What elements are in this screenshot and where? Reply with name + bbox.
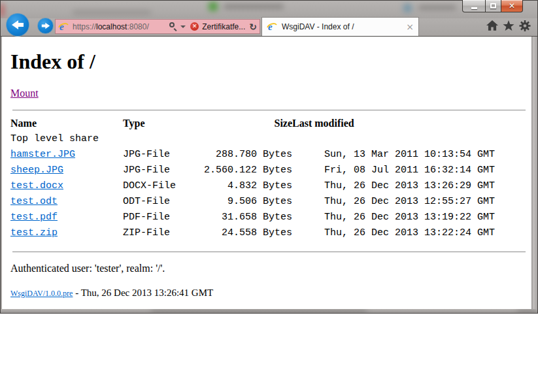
column-header-type: Type <box>123 116 204 131</box>
window-titlebar <box>0 0 538 18</box>
tab-title: WsgiDAV - Index of / <box>282 22 406 31</box>
file-link[interactable]: test.zip <box>10 227 58 238</box>
restore-icon <box>490 3 496 8</box>
column-header-name: Name <box>10 116 123 131</box>
mount-link[interactable]: Mount <box>10 88 39 99</box>
home-button[interactable] <box>486 20 498 31</box>
file-link[interactable]: test.pdf <box>10 212 58 223</box>
window-border-right <box>531 37 538 309</box>
window-border-bottom <box>0 309 538 314</box>
search-icon[interactable] <box>169 22 177 31</box>
divider <box>12 110 526 110</box>
close-button[interactable]: ✕ <box>501 0 523 12</box>
certificate-error-button[interactable]: ✕ Zertifikatfe... <box>190 22 245 31</box>
directory-listing-table: Name Type Size Last modified Top level s… <box>10 116 495 241</box>
table-row: hamster.JPG JPG-File 288.780 Bytes Sun, … <box>10 147 495 163</box>
blurred-desktop-artifact <box>531 102 538 128</box>
blurred-desktop-artifact <box>403 4 412 12</box>
forward-button[interactable] <box>37 18 54 34</box>
file-size: 2.560.122 Bytes <box>204 163 292 178</box>
file-type: PDF-File <box>123 210 204 225</box>
divider <box>12 252 526 252</box>
close-icon: ✕ <box>509 2 515 10</box>
minimize-icon <box>471 7 477 9</box>
file-modified: Sun, 13 Mar 2011 10:13:54 GMT <box>292 147 495 163</box>
file-modified: Thu, 26 Dec 2013 13:26:29 GMT <box>292 178 495 194</box>
url-text: https://localhost:8080/ <box>73 22 149 31</box>
wsgidav-server-link[interactable]: WsgiDAV/1.0.0.pre <box>10 289 73 298</box>
column-header-size: Size <box>204 116 292 131</box>
forward-arrow-icon <box>41 22 50 29</box>
tools-gear-icon <box>519 20 531 31</box>
file-modified: Thu, 26 Dec 2013 13:19:22 GMT <box>292 210 495 225</box>
file-size: 4.832 Bytes <box>204 178 292 194</box>
file-size: 9.506 Bytes <box>204 194 292 210</box>
home-icon <box>486 20 498 31</box>
ie-favicon: e <box>58 22 69 32</box>
share-note: Top level share <box>10 131 495 147</box>
address-bar[interactable]: e https://localhost:8080/ ✕ Zertifikatfe… <box>55 19 260 34</box>
table-row: test.odt ODT-File 9.506 Bytes Thu, 26 De… <box>10 194 495 210</box>
window-controls: ✕ <box>463 0 523 12</box>
file-size: 288.780 Bytes <box>204 147 292 163</box>
blurred-desktop-artifact <box>224 4 284 9</box>
svg-text:e: e <box>59 22 64 32</box>
file-size: 24.558 Bytes <box>204 225 292 241</box>
tab-close-icon[interactable]: × <box>406 22 414 31</box>
file-link[interactable]: hamster.JPG <box>10 149 75 160</box>
table-header-row: Name Type Size Last modified <box>10 116 495 131</box>
certificate-error-icon: ✕ <box>190 22 199 31</box>
page-content: Index of / Mount Name Type Size Last mod… <box>2 37 531 309</box>
search-dropdown-icon[interactable] <box>180 25 186 28</box>
blurred-desktop-artifact <box>418 5 456 10</box>
blurred-desktop-artifact <box>73 10 151 15</box>
blurred-desktop-artifact <box>0 4 5 17</box>
table-row: test.docx DOCX-File 4.832 Bytes Thu, 26 … <box>10 178 495 194</box>
mount-line: Mount <box>10 88 528 99</box>
blurred-desktop-artifact <box>209 2 218 11</box>
blurred-desktop-artifact <box>151 309 367 314</box>
ie-favicon: e <box>267 22 277 32</box>
file-type: ODT-File <box>123 194 204 210</box>
table-row: test.zip ZIP-File 24.558 Bytes Thu, 26 D… <box>10 225 495 241</box>
footer-timestamp: - Thu, 26 Dec 2013 13:26:41 GMT <box>73 287 213 298</box>
minimize-button[interactable] <box>462 0 486 12</box>
back-button[interactable] <box>6 13 29 37</box>
file-type: DOCX-File <box>123 178 204 194</box>
file-size: 31.658 Bytes <box>204 210 292 225</box>
restore-button[interactable] <box>485 0 501 12</box>
tools-button[interactable] <box>519 20 531 31</box>
back-arrow-icon <box>11 20 24 30</box>
table-row: test.pdf PDF-File 31.658 Bytes Thu, 26 D… <box>10 210 495 225</box>
file-link[interactable]: test.docx <box>10 180 63 191</box>
share-note-row: Top level share <box>10 131 495 147</box>
window-border-left <box>0 37 2 309</box>
file-type: JPG-File <box>123 147 204 163</box>
file-link[interactable]: sheep.JPG <box>10 165 63 176</box>
browser-tab[interactable]: e WsgiDAV - Index of / × <box>261 17 419 36</box>
file-type: ZIP-File <box>123 225 204 241</box>
refresh-icon[interactable]: ↻ <box>249 22 257 31</box>
file-modified: Thu, 26 Dec 2013 12:55:27 GMT <box>292 194 495 210</box>
file-link[interactable]: test.odt <box>10 196 58 207</box>
file-type: JPG-File <box>123 163 204 178</box>
favorites-star-icon <box>503 20 514 31</box>
file-modified: Fri, 08 Jul 2011 16:32:14 GMT <box>292 163 495 178</box>
server-footer-line: WsgiDAV/1.0.0.pre - Thu, 26 Dec 2013 13:… <box>10 287 528 299</box>
favorites-button[interactable] <box>503 20 514 31</box>
page-title: Index of / <box>10 50 528 74</box>
column-header-modified: Last modified <box>292 116 495 131</box>
authenticated-user-line: Authenticated user: 'tester', realm: '/'… <box>10 263 528 274</box>
table-row: sheep.JPG JPG-File 2.560.122 Bytes Fri, … <box>10 163 495 178</box>
blurred-desktop-artifact <box>517 309 537 314</box>
file-modified: Thu, 26 Dec 2013 13:22:24 GMT <box>292 225 495 241</box>
certificate-error-label: Zertifikatfe... <box>202 22 245 31</box>
svg-text:e: e <box>268 22 273 32</box>
